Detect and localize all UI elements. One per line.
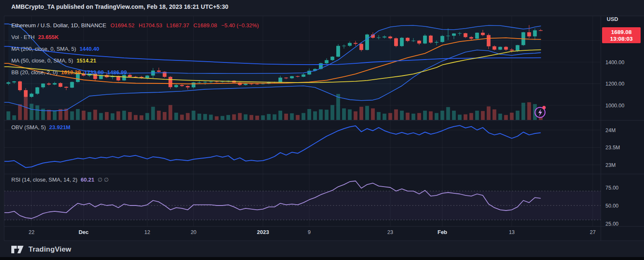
volume-bar xyxy=(359,107,363,120)
volume-bar xyxy=(47,110,51,120)
candle-body xyxy=(296,76,300,77)
bb-lower-value: 1486.99 xyxy=(107,67,127,78)
candle-body xyxy=(533,30,537,36)
volume-bar xyxy=(470,113,473,120)
bottom-edge-strip xyxy=(0,257,644,260)
volume-bar xyxy=(105,112,109,120)
badge-price: 1689.08 xyxy=(611,29,632,35)
volume-bar xyxy=(336,94,340,120)
time-tick-label: Dec xyxy=(78,229,88,235)
volume-label[interactable]: Vol · ETH xyxy=(11,31,35,43)
volume-bar xyxy=(174,113,178,120)
badge-countdown: 13:08:03 xyxy=(610,36,633,42)
candle-body xyxy=(18,81,22,90)
notification-dot xyxy=(543,106,546,109)
price-tick-label: 1000.00 xyxy=(605,103,624,109)
volume-bar xyxy=(244,114,247,120)
volume-bar xyxy=(88,112,91,120)
volume-bar xyxy=(394,109,398,120)
volume-bar xyxy=(290,113,294,120)
volume-bar xyxy=(18,104,22,120)
candle-body xyxy=(377,37,381,38)
ma200-label[interactable]: MA (200, close, 0, SMA, 5) xyxy=(11,43,76,55)
bb-row: BB (20, close, 2, 0) 1610.39 1733.80 148… xyxy=(11,67,259,78)
candle-body xyxy=(41,83,45,87)
volume-bar xyxy=(354,112,358,120)
candle-body xyxy=(406,38,410,41)
time-tick-label: 27 xyxy=(590,229,596,235)
candle-body xyxy=(12,81,16,82)
candle-body xyxy=(464,33,467,37)
tradingview-footer[interactable]: TradingView xyxy=(11,245,71,254)
candle-body xyxy=(383,36,387,37)
volume-bar xyxy=(371,108,375,120)
candle-body xyxy=(412,41,415,41)
candle-body xyxy=(470,37,473,39)
volume-bar xyxy=(117,112,120,120)
ma50-label[interactable]: MA (50, close, 0, SMA, 5) xyxy=(11,55,73,67)
candle-body xyxy=(47,83,51,84)
volume-bar xyxy=(203,114,207,120)
candle-body xyxy=(441,36,444,42)
candle-body xyxy=(342,46,346,46)
volume-bar xyxy=(145,113,149,120)
volume-bar xyxy=(186,113,190,120)
obv-tick-label: 23.5M xyxy=(605,145,620,151)
time-tick-label: 12 xyxy=(144,229,150,235)
candle-body xyxy=(221,81,224,82)
volume-bar xyxy=(163,112,166,120)
volume-bar xyxy=(157,111,161,120)
candle-body xyxy=(284,78,288,78)
volume-bar xyxy=(197,114,201,120)
candle-body xyxy=(24,90,28,97)
price-tick-label: 1200.00 xyxy=(605,81,624,87)
volume-bar xyxy=(527,102,531,120)
volume-bar xyxy=(267,114,271,120)
bb-label[interactable]: BB (20, close, 2, 0) xyxy=(11,67,58,78)
volume-bar xyxy=(76,109,80,120)
obv-label[interactable]: OBV (SMA, 5) xyxy=(11,124,46,130)
obv-tick-label: 24M xyxy=(605,127,615,133)
candle-body xyxy=(336,46,340,57)
volume-bar xyxy=(441,111,444,120)
volume-bar xyxy=(238,113,242,120)
volume-bar xyxy=(400,111,404,120)
candle-body xyxy=(400,38,404,46)
candle-body xyxy=(481,33,485,35)
candle-body xyxy=(180,85,184,86)
volume-bar xyxy=(134,115,138,120)
candle-body xyxy=(510,49,514,50)
volume-bar xyxy=(307,109,311,120)
candle-body xyxy=(215,82,218,82)
volume-bar xyxy=(301,113,305,120)
volume-bar xyxy=(342,108,346,120)
candle-body xyxy=(203,82,207,82)
volume-bar xyxy=(510,113,514,120)
candle-body xyxy=(499,47,502,50)
candle-body xyxy=(452,34,456,36)
volume-bar xyxy=(24,97,28,120)
volume-bar xyxy=(232,114,236,120)
currency-label: USD xyxy=(607,16,618,22)
volume-bar xyxy=(504,115,508,120)
candle-body xyxy=(516,45,519,51)
ohlc-high: H1704.53 xyxy=(139,20,162,31)
candle-body xyxy=(423,36,427,44)
candle-body xyxy=(475,33,479,39)
candle-body xyxy=(249,84,253,84)
rsi-empty-markers: ∅ ∅ xyxy=(98,177,109,183)
volume-bar xyxy=(296,115,300,120)
chart-legend: Ethereum / U.S. Dollar, 1D, BINANCE O169… xyxy=(11,20,259,78)
candle-body xyxy=(504,47,508,50)
candle-body xyxy=(359,44,363,50)
volume-bar xyxy=(93,110,97,120)
rsi-label[interactable]: RSI (14, close, SMA, 14, 2) xyxy=(11,177,78,183)
volume-bar xyxy=(493,109,496,120)
volume-bar xyxy=(215,116,218,120)
ma50-row: MA (50, close, 0, SMA, 5) 1514.21 xyxy=(11,55,259,67)
time-tick-label: 23 xyxy=(387,229,393,235)
volume-bar xyxy=(313,112,317,120)
symbol-title[interactable]: Ethereum / U.S. Dollar, 1D, BINANCE xyxy=(11,20,106,31)
ma50-value: 1514.21 xyxy=(76,55,96,67)
volume-bar xyxy=(522,103,525,120)
